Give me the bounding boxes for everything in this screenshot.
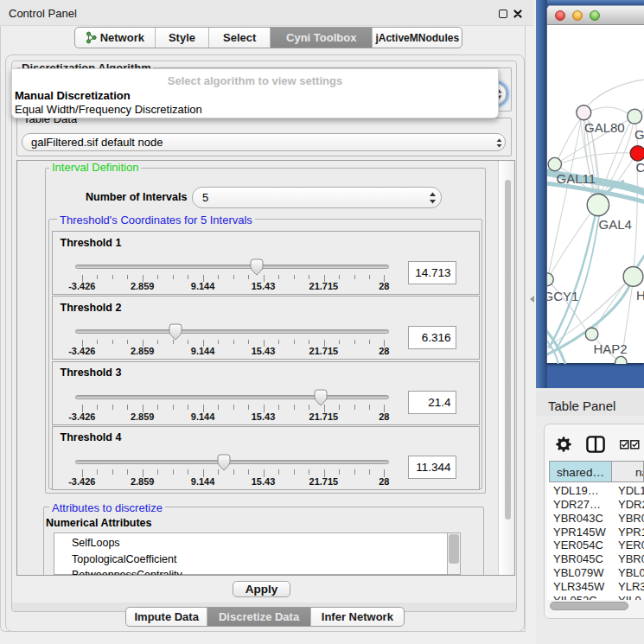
svg-text:HI: HI bbox=[636, 288, 644, 303]
svg-text:GAL11: GAL11 bbox=[557, 171, 596, 186]
svg-text:HAP2: HAP2 bbox=[593, 341, 627, 356]
svg-text:GAL80: GAL80 bbox=[584, 120, 625, 135]
svg-text:GAL2: GAL2 bbox=[634, 127, 644, 142]
svg-text:GCY1: GCY1 bbox=[547, 289, 578, 303]
svg-text:CY: CY bbox=[636, 160, 644, 175]
svg-text:GAL4: GAL4 bbox=[599, 217, 632, 232]
